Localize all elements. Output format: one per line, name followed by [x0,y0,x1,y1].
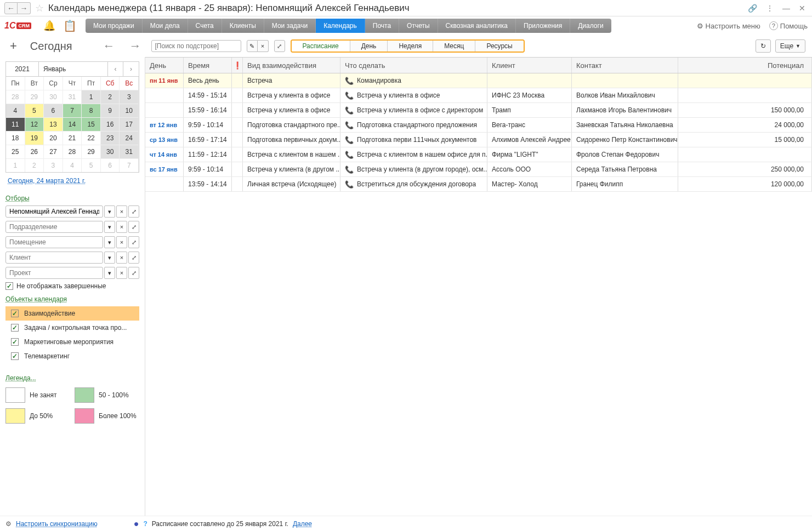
mini-cal-year[interactable]: 2021 [6,62,39,76]
add-button[interactable]: + [7,39,20,53]
mini-cal-day[interactable]: 3 [120,90,139,104]
mini-cal-day[interactable]: 28 [63,145,82,158]
mini-cal-day[interactable]: 10 [120,104,139,117]
filter-room-dropdown[interactable]: ▾ [104,236,115,248]
clipboard-icon[interactable]: 📋 [63,19,77,32]
mini-cal-prev[interactable]: ‹ [108,62,123,76]
filter-manager-clear[interactable]: × [116,205,127,218]
filter-project-clear[interactable]: × [116,267,127,279]
filter-client-open[interactable]: ⤢ [128,252,139,264]
mini-cal-month[interactable]: Январь [39,62,108,76]
grid-row[interactable]: 15:59 - 16:14Встреча у клиента в офисе📞В… [145,103,812,118]
filter-room-clear[interactable]: × [116,236,127,248]
objects-section-label[interactable]: Объекты календаря [5,295,139,303]
prev-period-button[interactable]: ← [99,39,120,53]
view-tab-День[interactable]: День [350,41,388,52]
grid-row[interactable]: вт 12 янв9:59 - 10:14Подготовка стандарт… [145,118,812,133]
filter-project-input[interactable] [5,267,103,279]
filter-client-dropdown[interactable]: ▾ [104,252,115,264]
col-header-time[interactable]: Время [184,58,232,73]
mini-cal-day[interactable]: 5 [82,158,101,172]
mini-cal-day[interactable]: 25 [6,145,25,158]
mini-cal-day[interactable]: 5 [25,104,44,117]
mini-cal-day[interactable]: 8 [82,104,101,117]
mini-cal-day[interactable]: 9 [101,104,120,117]
tab-Мои дела[interactable]: Мои дела [143,19,188,33]
nav-back-button[interactable]: ← [4,2,18,14]
filter-project-open[interactable]: ⤢ [128,267,139,279]
mini-cal-day[interactable]: 3 [44,158,63,172]
view-tab-Месяц[interactable]: Месяц [433,41,475,52]
col-header-flag[interactable]: ❗ [232,58,243,73]
filter-project-dropdown[interactable]: ▾ [104,267,115,279]
view-tab-Расписание[interactable]: Расписание [292,41,350,52]
minimize-icon[interactable]: — [780,3,792,14]
filters-section-label[interactable]: Отборы [5,195,139,202]
close-icon[interactable]: ✕ [797,3,808,14]
mini-cal-day[interactable]: 31 [63,90,82,104]
today-date-link[interactable]: Сегодня, 24 марта 2021 г. [5,173,139,189]
calendar-object-item[interactable]: Маркетинговые мероприятия [5,335,139,349]
grid-row[interactable]: 13:59 - 14:14Личная встреча (Исходящее)📞… [145,177,812,192]
mini-cal-day[interactable]: 17 [120,117,139,131]
grid-row[interactable]: чт 14 янв11:59 - 12:14Встреча с клиентом… [145,147,812,162]
hide-completed-checkbox[interactable] [5,282,13,290]
object-checkbox[interactable] [11,352,19,360]
mini-cal-day[interactable]: 28 [6,90,25,104]
filter-dept-dropdown[interactable]: ▾ [104,221,115,233]
mini-cal-day[interactable]: 6 [101,158,120,172]
view-tab-Ресурсы[interactable]: Ресурсы [475,41,523,52]
mini-cal-day[interactable]: 15 [82,117,101,131]
next-period-button[interactable]: → [125,39,146,53]
filter-room-open[interactable]: ⤢ [128,236,139,248]
col-header-potential[interactable]: Потенциал [678,58,812,73]
filter-room-input[interactable] [5,236,103,248]
mini-cal-day[interactable]: 29 [82,145,101,158]
favorite-star-icon[interactable]: ☆ [35,2,44,14]
clear-search-button[interactable]: × [258,40,269,52]
tab-Сквозная аналитика[interactable]: Сквозная аналитика [438,19,516,33]
filter-manager-open[interactable]: ⤢ [128,205,139,218]
tab-Мои продажи[interactable]: Мои продажи [86,19,143,33]
mini-cal-day[interactable]: 21 [63,131,82,145]
hide-completed-checkbox-row[interactable]: Не отображать завершенные [5,282,139,290]
mini-cal-day[interactable]: 19 [25,131,44,145]
mini-cal-day[interactable]: 6 [44,104,63,117]
link-icon[interactable]: 🔗 [746,3,759,14]
mini-cal-day[interactable]: 24 [120,131,139,145]
mini-cal-day[interactable]: 7 [63,104,82,117]
mini-cal-day[interactable]: 4 [6,104,25,117]
grid-row[interactable]: 14:59 - 15:14Встреча у клиента в офисе📞В… [145,88,812,103]
mini-cal-day[interactable]: 2 [25,158,44,172]
more-button[interactable]: Еще ▼ [775,39,805,53]
mini-cal-day[interactable]: 31 [120,145,139,158]
bell-icon[interactable]: 🔔 [43,20,55,32]
mini-cal-day[interactable]: 11 [6,117,25,131]
tab-Почта[interactable]: Почта [365,19,399,33]
col-header-contact[interactable]: Контакт [572,58,678,73]
kebab-menu-icon[interactable]: ⋮ [764,3,776,14]
view-tab-Неделя[interactable]: Неделя [388,41,433,52]
mini-cal-day[interactable]: 14 [63,117,82,131]
mini-cal-day[interactable]: 29 [25,90,44,104]
calendar-object-item[interactable]: Взаимодействие [5,306,139,321]
expand-search-button[interactable]: ⤢ [274,40,285,52]
mini-cal-day[interactable]: 16 [101,117,120,131]
filter-dept-clear[interactable]: × [116,221,127,233]
mini-cal-day[interactable]: 20 [44,131,63,145]
legend-label[interactable]: Легенда... [5,374,139,382]
search-input[interactable] [151,40,241,52]
mini-cal-day[interactable]: 1 [82,90,101,104]
tab-Отчеты[interactable]: Отчеты [399,19,438,33]
today-button[interactable]: Сегодня [26,40,77,53]
object-checkbox[interactable] [11,324,19,332]
mini-cal-day[interactable]: 4 [63,158,82,172]
filter-dept-open[interactable]: ⤢ [128,221,139,233]
filter-client-input[interactable] [5,252,103,264]
mini-cal-day[interactable]: 18 [6,131,25,145]
filter-dept-input[interactable] [5,221,103,233]
mini-cal-day[interactable]: 22 [82,131,101,145]
mini-cal-day[interactable]: 26 [25,145,44,158]
grid-row[interactable]: пн 11 янвВесь деньВстреча📞Командировка [145,73,812,88]
help-button[interactable]: ? Помощь [769,21,808,30]
